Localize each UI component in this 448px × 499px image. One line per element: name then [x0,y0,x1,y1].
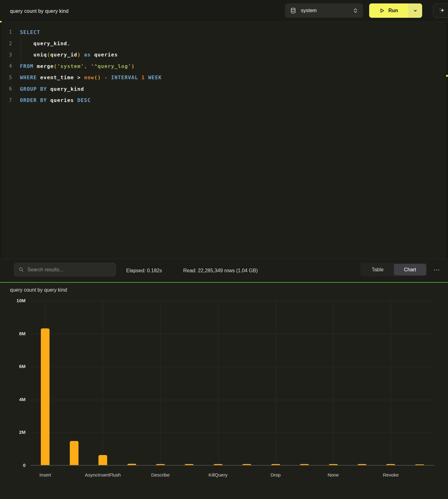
x-gridline [333,301,334,466]
code-token [20,52,33,58]
chart-bar[interactable] [386,464,395,465]
ai-assistant-button[interactable] [433,3,448,18]
chart-bar[interactable] [358,464,366,465]
scrollbar-change-marker [446,75,448,77]
play-icon [379,8,385,13]
code-token: WEEK [148,75,162,80]
editor-scrollbar[interactable] [446,22,448,259]
code-token [138,75,141,80]
code-token: WHERE [20,75,37,80]
code-token: query_kind [50,86,84,92]
code-token: queries [50,97,74,103]
code-lines: 1SELECT2 query_kind,3 uniq(query_id) as … [0,27,448,106]
chart-bar[interactable] [271,464,280,465]
chart-section: query count by query kind 02M4M6M8M10M I… [0,283,448,499]
code-token [47,97,50,103]
x-axis-tick-label: None [310,472,357,477]
code-token [88,63,91,69]
code-line: 6GROUP BY query_kind [0,83,448,94]
code-token [74,97,77,103]
code-line: 1SELECT [0,27,448,38]
code-text: WHERE event_time > now() - INTERVAL 1 WE… [20,75,162,80]
run-button-label: Run [388,8,398,13]
code-line: 7ORDER BY queries DESC [0,94,448,106]
x-gridline [103,301,103,466]
chart-bar[interactable] [185,464,193,465]
code-line: 5WHERE event_time > now() - INTERVAL 1 W… [0,72,448,83]
code-token: merge [37,63,54,69]
x-axis-tick-label: Describe [137,472,184,477]
y-gridline [31,334,434,334]
code-token [108,75,111,80]
chart-bar[interactable] [98,455,107,465]
more-options-button[interactable]: ⋯ [431,263,443,276]
code-token: now [84,75,94,80]
editor-change-marker [0,21,2,22]
y-axis-tick-label: 0 [9,463,26,468]
tab-chart[interactable]: Chart [394,264,426,275]
header-bar: query count by query kind system Run [0,0,448,22]
code-token: DESC [77,97,91,103]
chart-bar[interactable] [41,328,50,465]
code-token: as [84,52,91,58]
search-results-input[interactable] [27,267,111,273]
database-selector[interactable]: system [285,3,363,18]
tab-table[interactable]: Table [361,264,394,275]
x-gridline [160,301,161,466]
code-text: SELECT [20,29,40,35]
chart-bar[interactable] [300,464,309,465]
code-token [91,52,94,58]
code-token: ) [131,63,135,69]
code-text: query_kind, [20,41,71,46]
code-text: uniq(query_id) as queries [20,52,118,58]
database-selector-value: system [301,8,353,13]
code-token: GROUP BY [20,86,47,92]
run-options-button[interactable] [408,3,422,18]
indent-guide [21,38,21,61]
sparkle-icon [439,7,446,14]
y-gridline [31,301,434,301]
code-text: FROM merge('system', '^query_log') [20,63,135,69]
chevron-updown-icon [353,7,358,14]
chart-bar[interactable] [127,464,136,465]
y-axis-tick-label: 6M [9,364,26,369]
code-token [20,41,33,46]
code-token: '^query_log' [91,63,131,69]
code-token: , [67,41,71,46]
chart-plot [31,301,434,466]
chart-bar[interactable] [156,464,165,465]
y-gridline [31,400,434,400]
code-token: 1 [141,75,145,80]
code-token: FROM [20,63,33,69]
chart-bar[interactable] [329,464,338,465]
code-token [81,75,84,80]
query-title: query count by query kind [10,0,69,22]
code-token: ( [47,52,50,58]
x-axis-tick-label: Drop [252,472,299,477]
y-gridline [31,433,434,433]
code-token: ORDER BY [20,97,47,103]
chart-title: query count by query kind [10,287,67,293]
y-axis-tick-label: 10M [9,298,26,303]
code-token [145,75,148,80]
y-axis-tick-label: 4M [9,397,26,402]
code-token [74,75,77,80]
editor-left-gutter-strip [0,22,2,259]
code-token: INTERVAL [111,75,138,80]
chart-bar[interactable] [415,464,424,465]
code-token: event_time [40,75,74,80]
search-icon [19,267,24,272]
code-token: uniq [33,52,47,58]
chart-bar[interactable] [214,464,222,465]
code-line: 3 uniq(query_id) as queries [0,49,448,61]
code-token: queries [94,52,118,58]
code-token: query_kind [33,41,67,46]
code-token: ) [77,52,81,58]
y-gridline [31,367,434,367]
sql-editor[interactable]: 1SELECT2 query_kind,3 uniq(query_id) as … [0,22,448,259]
code-token: SELECT [20,29,40,35]
x-gridline [218,301,218,466]
chart-bar[interactable] [242,464,251,465]
run-button[interactable]: Run [369,3,408,18]
chart-bar[interactable] [70,441,79,465]
